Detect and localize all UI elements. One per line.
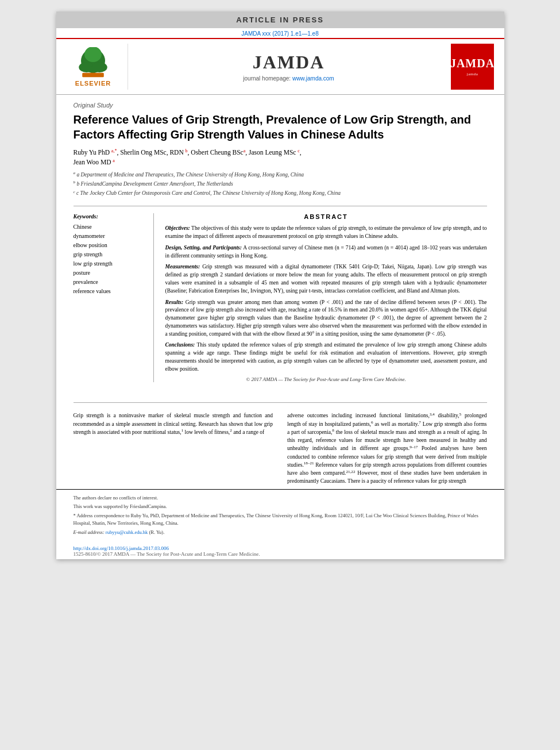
keyword-item: Chinese	[74, 222, 146, 232]
jamda-logo-right: JAMDA jamda	[450, 44, 496, 90]
footnote-correspondence: * Address correspondence to Ruby Yu, PhD…	[74, 512, 487, 527]
elsevier-logo: ELSEVIER	[65, 44, 128, 90]
journal-center: JAMDA journal homepage: www.jamda.com	[134, 44, 444, 90]
affiliation-b: b b FrieslandCampina Development Center …	[74, 180, 487, 188]
journal-header: ELSEVIER JAMDA journal homepage: www.jam…	[56, 38, 504, 95]
body-left-para: Grip strength is a noninvasive marker of…	[74, 411, 273, 436]
keywords-abstract-section: Keywords: Chinese dynamometer elbow posi…	[74, 206, 487, 382]
svg-point-4	[84, 47, 102, 62]
keywords-label: Keywords:	[74, 213, 146, 220]
keyword-item: posture	[74, 268, 146, 278]
abstract-objectives: Objectives: The objectives of this study…	[165, 225, 487, 241]
keyword-item: reference values	[74, 287, 146, 296]
svg-point-3	[92, 62, 107, 72]
issn-line: 1525-8610/© 2017 AMDA — The Society for …	[74, 551, 487, 557]
abstract-measurements: Measurements: Grip strength was measured…	[165, 263, 487, 295]
abstract-conclusions: Conclusions: This study updated the refe…	[165, 341, 487, 373]
keywords-list: Chinese dynamometer elbow position grip …	[74, 222, 146, 296]
body-text: Grip strength is a noninvasive marker of…	[56, 411, 504, 489]
jamda-logo-text: JAMDA	[450, 57, 495, 70]
doi-section: http://dx.doi.org/10.1016/j.jamda.2017.0…	[56, 543, 504, 559]
abstract-results: Results: Grip strength was greater among…	[165, 299, 487, 339]
elsevier-tree-icon	[76, 47, 110, 79]
jamda-logo-subtext: jamda	[467, 72, 478, 76]
aip-banner: ARTICLE IN PRESS	[56, 11, 504, 28]
footnote-conflicts: The authors declare no conflicts of inte…	[74, 494, 487, 502]
article-content: Original Study Reference Values of Grip …	[56, 95, 504, 394]
article-page: ARTICLE IN PRESS JAMDA xxx (2017) 1.e1—1…	[56, 11, 504, 559]
keyword-item: prevalence	[74, 278, 146, 287]
journal-citation-text: JAMDA xxx (2017) 1.e1—1.e8	[241, 30, 319, 37]
journal-title: JAMDA	[253, 52, 325, 73]
journal-citation-line: JAMDA xxx (2017) 1.e1—1.e8	[56, 28, 504, 38]
affiliation-a: a a Department of Medicine and Therapeut…	[74, 171, 487, 179]
article-title: Reference Values of Grip Strength, Preva…	[74, 112, 487, 142]
abstract-copyright: © 2017 AMDA — The Society for Post-Acute…	[165, 376, 487, 382]
svg-rect-5	[82, 72, 104, 77]
abstract-design: Design, Setting, and Participants: A cro…	[165, 244, 487, 260]
keyword-item: grip strength	[74, 250, 146, 259]
elsevier-text: ELSEVIER	[75, 80, 111, 87]
homepage-label: journal homepage:	[243, 75, 291, 82]
aip-banner-text: ARTICLE IN PRESS	[236, 16, 324, 24]
body-left-col: Grip strength is a noninvasive marker of…	[74, 411, 273, 489]
doi-url[interactable]: http://dx.doi.org/10.1016/j.jamda.2017.0…	[74, 545, 487, 551]
footnote-funding: This work was supported by FrieslandCamp…	[74, 503, 487, 510]
keyword-item: low grip strength	[74, 259, 146, 268]
body-right-para: adverse outcomes including increased fun…	[287, 411, 487, 485]
body-right-col: adverse outcomes including increased fun…	[287, 411, 487, 489]
jamda-logo-box: JAMDA jamda	[451, 44, 494, 90]
abstract-title: ABSTRACT	[165, 213, 487, 220]
abstract-column: ABSTRACT Objectives: The objectives of t…	[165, 213, 487, 382]
footnotes-section: The authors declare no conflicts of inte…	[56, 489, 504, 544]
homepage-link[interactable]: www.jamda.com	[292, 75, 334, 82]
authors: Ruby Yu PhD a,*, Sherlin Ong MSc, RDN b,…	[74, 148, 487, 168]
affiliation-c: c c The Jockey Club Center for Osteoporo…	[74, 190, 487, 197]
article-type: Original Study	[74, 102, 487, 109]
footnote-email: E-mail address: rubyyu@cuhk.edu.hk (R. Y…	[74, 529, 487, 536]
keywords-column: Keywords: Chinese dynamometer elbow posi…	[74, 213, 154, 382]
keyword-item: dynamometer	[74, 232, 146, 241]
section-divider	[74, 402, 487, 403]
journal-homepage: journal homepage: www.jamda.com	[243, 75, 334, 82]
keyword-item: elbow position	[74, 241, 146, 250]
